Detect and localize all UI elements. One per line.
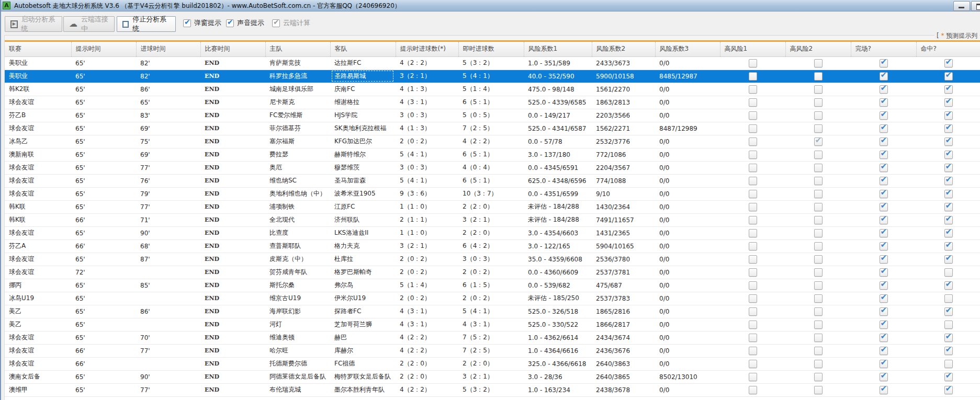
cloud-compute-checkbox[interactable] [272, 19, 280, 27]
checkbox-high-risk2[interactable] [814, 347, 823, 355]
checkbox-high-risk2[interactable] [814, 59, 823, 67]
checkbox-high-risk2[interactable] [814, 203, 823, 211]
checkbox-high-risk2[interactable] [814, 151, 823, 159]
column-header-away[interactable]: 客队 [330, 42, 396, 56]
checkbox-high-risk1[interactable] [749, 72, 757, 81]
checkbox-high-risk2[interactable] [814, 72, 823, 81]
checkbox-high-risk1[interactable] [749, 164, 757, 172]
checkbox-hit[interactable] [944, 321, 953, 329]
checkbox-hit[interactable] [944, 59, 953, 67]
column-header-live_goals[interactable]: 即时进球数 [458, 42, 524, 56]
checkbox-finished[interactable] [880, 334, 888, 342]
checkbox-high-risk1[interactable] [749, 386, 757, 394]
checkbox-finished[interactable] [880, 111, 888, 120]
checkbox-high-risk1[interactable] [749, 229, 757, 237]
checkbox-high-risk2[interactable] [814, 164, 823, 172]
sound-alert-checkbox[interactable] [226, 19, 234, 27]
maximize-button[interactable] [971, 1, 980, 11]
checkbox-high-risk2[interactable] [814, 373, 823, 381]
checkbox-high-risk2[interactable] [814, 360, 823, 368]
checkbox-hit[interactable] [944, 386, 953, 394]
checkbox-high-risk1[interactable] [749, 334, 757, 342]
checkbox-high-risk1[interactable] [749, 138, 757, 146]
table-row[interactable]: 澳新南联65'69'END费拉瑟赫斯特维尔5（4：1）6（5：1）3.0 - 1… [5, 148, 980, 161]
checkbox-finished[interactable] [880, 347, 888, 355]
checkbox-high-risk2[interactable] [814, 268, 823, 277]
checkbox-finished[interactable] [880, 98, 888, 107]
checkbox-finished[interactable] [880, 59, 888, 67]
table-row[interactable]: 球会友谊65'69'END菲尔德基芬SK奥地利克拉根福4（1：3）7（2：5）5… [5, 122, 980, 135]
checkbox-high-risk1[interactable] [749, 85, 757, 94]
column-header-high_risk2[interactable]: 高风险2 [785, 42, 851, 56]
checkbox-finished[interactable] [880, 85, 888, 94]
checkbox-high-risk2[interactable] [814, 177, 823, 185]
table-row[interactable]: 球会友谊65'70'END维迪奥顿赫巴4（2：2）7（5：2）1.0 - 436… [5, 331, 980, 344]
table-row[interactable]: 澳南女后备65'90'END阿德莱德女足后备队梅特罗联女足后备队2（2：0）3（… [5, 370, 980, 383]
checkbox-high-risk1[interactable] [749, 203, 757, 211]
checkbox-hit[interactable] [944, 124, 953, 133]
column-header-home[interactable]: 主队 [265, 42, 330, 56]
checkbox-hit[interactable] [944, 360, 953, 368]
checkbox-hit[interactable] [944, 151, 953, 159]
checkbox-high-risk1[interactable] [749, 268, 757, 277]
column-header-finished[interactable]: 完场? [851, 42, 916, 56]
checkbox-high-risk2[interactable] [814, 334, 823, 342]
checkbox-high-risk1[interactable] [749, 59, 757, 67]
table-row[interactable]: 球会友谊65'79'END奥地利维也纳（中）波希米亚19059（3：6）10（3… [5, 187, 980, 200]
table-row[interactable]: 球会友谊65'65'END尼卡斯克维谢格拉4（3：1）6（5：1）525.0 -… [5, 96, 980, 109]
start-analysis-button[interactable]: ▶ 启动分析系统 [5, 16, 62, 32]
checkbox-finished[interactable] [880, 229, 888, 237]
checkbox-finished[interactable] [880, 177, 888, 185]
checkbox-high-risk1[interactable] [749, 190, 757, 198]
table-row[interactable]: 韩K联65'77'END浦项制铁江原FC1（1：0）2（2：0）未评估 - 18… [5, 200, 980, 213]
checkbox-hit[interactable] [944, 347, 953, 355]
checkbox-finished[interactable] [880, 242, 888, 250]
checkbox-hit[interactable] [944, 85, 953, 94]
table-row[interactable]: 球会友谊72'END贺芬咸青年队格罗巴斯帕奇2（0：2）2（0：2）0.0 - … [5, 266, 980, 279]
table-row[interactable]: 挪丙65'85'END斯托尔桑弗尔岛5（1：4）6（1：5）0.0 - 539/… [5, 279, 980, 292]
checkbox-hit[interactable] [944, 216, 953, 224]
table-row[interactable]: 美职业65'82'END科罗拉多急流圣路易斯城3（2：1）5（4：1）40.0 … [5, 70, 980, 83]
table-row[interactable]: 冰岛U1965'END维京古U19伊米尔U192（0：2）2（0：2）未评估 -… [5, 292, 980, 305]
checkbox-hit[interactable] [944, 281, 953, 290]
checkbox-high-risk1[interactable] [749, 124, 757, 133]
table-row[interactable]: 球会友谊65'76'END维也纳SC圣马加雷森5（4：1）6（5：1）625.0… [5, 174, 980, 187]
checkbox-high-risk1[interactable] [749, 216, 757, 224]
checkbox-hit[interactable] [944, 229, 953, 237]
table-row[interactable]: 球会友谊65'87'END皮斯克（中）杜库拉2（0：2）3（0：3）35.0 -… [5, 253, 980, 266]
checkbox-high-risk1[interactable] [749, 321, 757, 329]
checkbox-high-risk1[interactable] [749, 307, 757, 316]
checkbox-finished[interactable] [880, 164, 888, 172]
column-header-high_risk1[interactable]: 高风险1 [720, 42, 785, 56]
checkbox-high-risk1[interactable] [749, 281, 757, 290]
checkbox-hit[interactable] [944, 334, 953, 342]
table-row[interactable]: 美乙65'86'END海岸联幻影探路者FC4（3：1）5（4：1）525.0 -… [5, 305, 980, 318]
column-header-risk3[interactable]: 风险系数3 [655, 42, 720, 56]
checkbox-high-risk1[interactable] [749, 360, 757, 368]
checkbox-finished[interactable] [880, 124, 888, 133]
checkbox-high-risk2[interactable] [814, 307, 823, 316]
checkbox-high-risk2[interactable] [814, 229, 823, 237]
column-header-risk1[interactable]: 风险系数1 [524, 42, 592, 56]
checkbox-finished[interactable] [880, 190, 888, 198]
table-row[interactable]: 韩K联66'71'END全北现代济州联队2（1：1）3（2：1）未评估 - 18… [5, 213, 980, 226]
checkbox-high-risk2[interactable] [814, 386, 823, 394]
table-row[interactable]: 芬乙B65'83'ENDFC爱尔维斯HJS学院3（0：3）5（0：5）0.0 -… [5, 109, 980, 122]
table-row[interactable]: 球会友谊66'END托德斯费尔德FC祖德2（2：0）2（2：0）325.0 - … [5, 357, 980, 370]
checkbox-hit[interactable] [944, 294, 953, 303]
checkbox-finished[interactable] [880, 307, 888, 316]
checkbox-hit[interactable] [944, 307, 953, 316]
checkbox-high-risk1[interactable] [749, 294, 757, 303]
checkbox-hit[interactable] [944, 203, 953, 211]
checkbox-high-risk1[interactable] [749, 242, 757, 250]
column-header-tip_time[interactable]: 提示时间 [71, 42, 136, 56]
checkbox-high-risk2[interactable] [814, 124, 823, 133]
checkbox-high-risk1[interactable] [749, 255, 757, 264]
checkbox-high-risk2[interactable] [814, 216, 823, 224]
checkbox-hit[interactable] [944, 98, 953, 107]
checkbox-finished[interactable] [880, 321, 888, 329]
checkbox-finished[interactable] [880, 255, 888, 264]
checkbox-hit[interactable] [944, 373, 953, 381]
checkbox-hit[interactable] [944, 190, 953, 198]
checkbox-finished[interactable] [880, 138, 888, 146]
